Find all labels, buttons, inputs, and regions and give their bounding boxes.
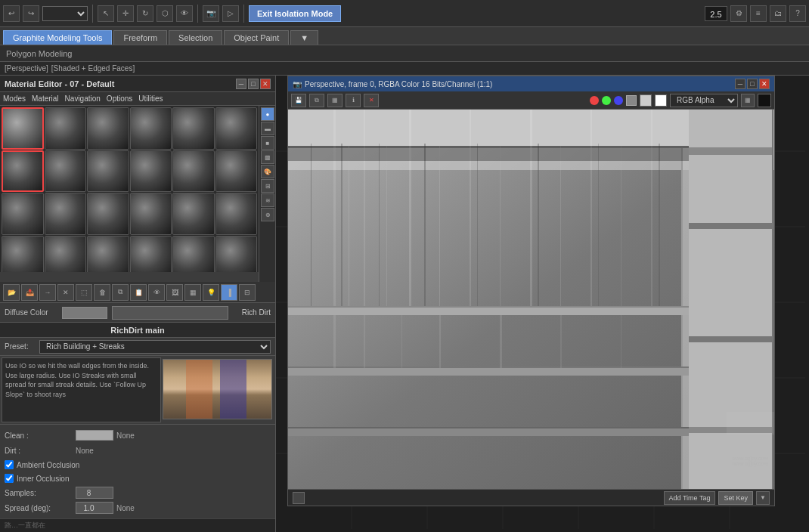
- material-sphere-15[interactable]: [87, 193, 129, 235]
- diffuse-color-swatch[interactable]: [62, 307, 107, 319]
- diffuse-map-button[interactable]: [112, 306, 228, 320]
- material-sphere-7[interactable]: [2, 150, 44, 193]
- material-sphere-22[interactable]: [130, 236, 172, 273]
- material-sphere-1[interactable]: [2, 107, 44, 150]
- add-time-tag-button[interactable]: Add Time Tag: [664, 491, 716, 505]
- show-ports-icon[interactable]: ▐: [221, 284, 237, 301]
- select-by-icon[interactable]: ⬚: [76, 284, 92, 301]
- menu-options[interactable]: Options: [107, 94, 132, 103]
- material-sphere-10[interactable]: [130, 150, 172, 193]
- view-icon[interactable]: 👁: [176, 5, 193, 22]
- tab-extra[interactable]: ▼: [290, 30, 318, 45]
- scale-icon[interactable]: ⬡: [157, 5, 173, 22]
- red-channel-button[interactable]: [590, 96, 599, 105]
- material-sphere-13[interactable]: [2, 193, 44, 235]
- delete-icon[interactable]: 🗑: [94, 284, 110, 301]
- show-map-icon[interactable]: 👁: [148, 284, 165, 301]
- menu-utilities[interactable]: Utilities: [138, 94, 163, 103]
- material-sphere-2[interactable]: [45, 107, 87, 150]
- preset-dropdown[interactable]: Rich Building + Streaks: [39, 340, 271, 354]
- cylinder-preview-icon[interactable]: ▬: [261, 122, 274, 135]
- render-icon[interactable]: ▷: [222, 5, 239, 22]
- channel-gray-btn[interactable]: [640, 94, 652, 107]
- material-sphere-5[interactable]: [172, 107, 215, 150]
- material-sphere-14[interactable]: [45, 193, 87, 235]
- tab-freeform[interactable]: Freeform: [113, 30, 167, 45]
- material-sphere-19[interactable]: [2, 236, 44, 273]
- reset-icon[interactable]: ✕: [57, 284, 74, 301]
- render-options-icon[interactable]: ▦: [741, 94, 755, 107]
- camera-icon[interactable]: 📷: [203, 5, 219, 22]
- material-sphere-8[interactable]: [45, 150, 87, 193]
- show-map-bg-icon[interactable]: 🖼: [166, 284, 183, 301]
- render-info-icon[interactable]: ℹ: [346, 94, 361, 107]
- minimize-button[interactable]: ─: [236, 79, 246, 89]
- exit-isolation-button[interactable]: Exit Isolation Mode: [249, 5, 341, 22]
- menu-modes[interactable]: Modes: [3, 94, 26, 103]
- render-maximize-button[interactable]: □: [747, 79, 758, 89]
- background-icon[interactable]: ▦: [184, 284, 201, 301]
- samples-input[interactable]: [76, 487, 113, 499]
- menu-navigation[interactable]: Navigation: [65, 94, 101, 103]
- material-sphere-21[interactable]: [87, 236, 129, 273]
- checker-icon[interactable]: ▩: [261, 150, 274, 164]
- material-sphere-4[interactable]: [130, 107, 172, 150]
- select-icon[interactable]: ↖: [98, 5, 114, 22]
- backlight-icon[interactable]: 💡: [203, 284, 219, 301]
- material-sphere-6[interactable]: [215, 107, 258, 150]
- render-black-btn[interactable]: [758, 94, 771, 107]
- ambient-occlusion-checkbox[interactable]: [5, 460, 14, 469]
- filter-icon[interactable]: ≋: [261, 193, 274, 207]
- grid-icon[interactable]: ⊞: [261, 179, 274, 193]
- alpha-channel-button[interactable]: [626, 95, 637, 106]
- material-sphere-17[interactable]: [172, 193, 215, 235]
- material-sphere-9[interactable]: [87, 150, 129, 193]
- render-save-icon[interactable]: 💾: [291, 94, 306, 107]
- rotate-icon[interactable]: ↻: [137, 5, 153, 22]
- material-options-icon[interactable]: ⊕: [261, 208, 274, 221]
- spread-input[interactable]: [76, 502, 113, 514]
- channel-dropdown[interactable]: RGB Alpha: [670, 94, 738, 107]
- set-key-button[interactable]: Set Key: [718, 491, 753, 505]
- tab-graphite[interactable]: Graphite Modeling Tools: [3, 30, 112, 45]
- box-preview-icon[interactable]: ■: [261, 136, 274, 150]
- green-channel-button[interactable]: [602, 96, 611, 105]
- channel-white-btn[interactable]: [655, 94, 667, 107]
- material-sphere-12[interactable]: [215, 150, 258, 193]
- menu-material[interactable]: Material: [32, 94, 59, 103]
- compact-icon[interactable]: ⊟: [239, 284, 256, 301]
- inner-occlusion-checkbox[interactable]: [5, 474, 14, 483]
- blue-channel-button[interactable]: [614, 96, 623, 105]
- options-icon[interactable]: ≡: [750, 5, 767, 22]
- render-close-x-icon[interactable]: ✕: [364, 94, 379, 107]
- close-button[interactable]: ✕: [260, 79, 271, 89]
- render-close-button[interactable]: ✕: [759, 79, 770, 89]
- render-channels-icon[interactable]: ▦: [327, 94, 343, 107]
- material-sphere-24[interactable]: [215, 236, 258, 273]
- preview-thumbnail[interactable]: [163, 359, 272, 419]
- undo-icon[interactable]: ↩: [3, 5, 20, 22]
- nav-icon[interactable]: 🗂: [770, 5, 786, 22]
- tab-object-paint[interactable]: Object Paint: [224, 30, 289, 45]
- maximize-button[interactable]: □: [248, 79, 259, 89]
- help-icon[interactable]: ?: [789, 5, 806, 22]
- redo-icon[interactable]: ↪: [23, 5, 39, 22]
- put-material-icon[interactable]: 📤: [21, 284, 38, 301]
- material-sphere-20[interactable]: [45, 236, 87, 273]
- assign-material-icon[interactable]: →: [39, 284, 56, 301]
- render-minimize-button[interactable]: ─: [735, 79, 745, 89]
- material-sphere-18[interactable]: [215, 193, 258, 235]
- render-clone-icon[interactable]: ⧉: [309, 94, 324, 107]
- clean-color-swatch[interactable]: [76, 430, 113, 441]
- render-down-icon[interactable]: ▼: [756, 491, 770, 505]
- sphere-preview-icon[interactable]: ●: [261, 107, 274, 121]
- material-sphere-23[interactable]: [172, 236, 215, 273]
- material-sphere-3[interactable]: [87, 107, 129, 150]
- paste-icon[interactable]: 📋: [130, 284, 147, 301]
- filter-dropdown[interactable]: All: [42, 6, 88, 21]
- settings-icon[interactable]: ⚙: [730, 5, 747, 22]
- move-icon[interactable]: ✛: [117, 5, 134, 22]
- material-sphere-11[interactable]: [172, 150, 215, 193]
- material-sphere-16[interactable]: [130, 193, 172, 235]
- copy-icon[interactable]: ⧉: [112, 284, 129, 301]
